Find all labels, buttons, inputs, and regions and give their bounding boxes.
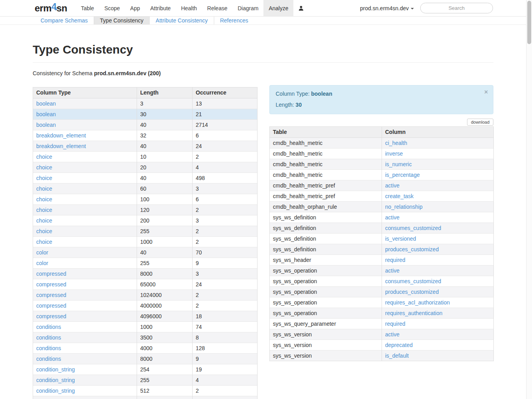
- column-name-link[interactable]: create_task: [385, 193, 413, 199]
- column-name-link[interactable]: required: [385, 321, 405, 327]
- column-name-link[interactable]: active: [385, 214, 400, 221]
- column-type-link[interactable]: condition_string: [36, 377, 75, 383]
- column-name-link[interactable]: is_default: [385, 353, 409, 359]
- column-type-link[interactable]: boolean: [36, 111, 56, 117]
- table-row: compressed6500024: [33, 279, 258, 290]
- column-name-link[interactable]: required: [385, 257, 405, 263]
- tab-references[interactable]: References: [214, 17, 254, 24]
- table-row: sys_ws_headerrequired: [270, 255, 494, 265]
- close-icon[interactable]: ×: [484, 89, 488, 95]
- table-cell: 9: [193, 258, 258, 269]
- column-type-link[interactable]: condition_string: [36, 366, 75, 373]
- column-type-link[interactable]: choice: [36, 164, 52, 171]
- scrollbar-track[interactable]: [526, 0, 532, 399]
- nav-item-table[interactable]: Table: [76, 0, 99, 16]
- tab-compare-schemas[interactable]: Compare Schemas: [35, 17, 94, 24]
- user-menu-button[interactable]: [293, 0, 309, 16]
- table-cell: breakdown_element: [33, 141, 137, 152]
- table-row: cmdb_health_orphan_ruleno_relationship: [270, 202, 494, 212]
- nav-item-attribute[interactable]: Attribute: [145, 0, 176, 16]
- nav-item-analyze[interactable]: Analyze: [263, 0, 293, 16]
- table-header-row: TableColumn: [270, 127, 494, 138]
- table-row: choice1202: [33, 205, 258, 215]
- column-type-link[interactable]: compressed: [36, 281, 66, 288]
- column-header-length: Length: [137, 87, 193, 98]
- column-type-link[interactable]: compressed: [36, 302, 66, 309]
- column-name-link[interactable]: requires_authentication: [385, 310, 443, 316]
- column-type-link[interactable]: conditions: [36, 324, 61, 330]
- nav-item-scope[interactable]: Scope: [99, 0, 125, 16]
- chevron-down-icon: [411, 8, 414, 9]
- column-name-link[interactable]: produces_customized: [385, 246, 439, 252]
- column-type-link[interactable]: conditions: [36, 345, 61, 351]
- column-type-link[interactable]: condition_string: [36, 388, 75, 394]
- tab-type-consistency[interactable]: Type Consistency: [94, 17, 150, 24]
- table-cell: sys_ws_operation: [270, 308, 382, 319]
- brand-logo[interactable]: erm4sn: [35, 0, 67, 16]
- table-cell: choice: [33, 215, 137, 226]
- column-name-link[interactable]: consumes_customized: [385, 225, 441, 231]
- column-name-link[interactable]: active: [385, 331, 400, 338]
- column-name-link[interactable]: active: [385, 267, 400, 274]
- table-cell: sys_ws_definition: [270, 212, 382, 223]
- table-cell: condition_string: [33, 386, 137, 396]
- column-name-link[interactable]: produces_customized: [385, 289, 439, 295]
- table-cell: 120: [137, 205, 193, 215]
- table-cell: 512: [137, 386, 193, 396]
- brand-four: 4: [52, 1, 57, 12]
- title-divider: [33, 62, 493, 63]
- column-name-link[interactable]: no_relationship: [385, 204, 423, 210]
- nav-item-diagram[interactable]: Diagram: [232, 0, 263, 16]
- column-type-link[interactable]: compressed: [36, 313, 66, 319]
- column-type-link[interactable]: choice: [36, 196, 52, 202]
- table-cell: 19: [193, 364, 258, 375]
- column-type-link[interactable]: choice: [36, 175, 52, 181]
- column-name-link[interactable]: is_percentage: [385, 172, 420, 178]
- download-button[interactable]: download: [467, 119, 493, 126]
- column-name-link[interactable]: is_versioned: [385, 236, 416, 242]
- column-type-link[interactable]: compressed: [36, 271, 66, 277]
- scrollbar-thumb[interactable]: [527, 1, 531, 44]
- column-type-link[interactable]: choice: [36, 154, 52, 160]
- search-input[interactable]: [420, 3, 493, 13]
- schema-selector-dropdown[interactable]: prod.sn.erm4sn.dev: [360, 5, 414, 11]
- column-name-link[interactable]: consumes_customized: [385, 278, 441, 284]
- column-type-link[interactable]: breakdown_element: [36, 143, 86, 149]
- column-type-link[interactable]: choice: [36, 228, 52, 234]
- column-type-link[interactable]: conditions: [36, 356, 61, 362]
- tab-attribute-consistency[interactable]: Attribute Consistency: [150, 17, 214, 24]
- column-name-link[interactable]: deprecated: [385, 342, 413, 348]
- table-cell: choice: [33, 162, 137, 173]
- table-cell: 3: [137, 98, 193, 109]
- table-cell: 18: [193, 311, 258, 322]
- column-type-link[interactable]: boolean: [36, 100, 56, 107]
- column-header-table: Table: [270, 127, 382, 138]
- table-cell: sys_ws_version: [270, 340, 382, 351]
- table-row: choice2003: [33, 215, 258, 226]
- column-type-link[interactable]: breakdown_element: [36, 132, 86, 139]
- table-cell: cmdb_health_metric: [270, 159, 382, 170]
- column-name-link[interactable]: ci_health: [385, 140, 407, 146]
- table-cell: create_task: [382, 191, 494, 202]
- column-type-link[interactable]: choice: [36, 239, 52, 245]
- column-type-link[interactable]: boolean: [36, 122, 56, 128]
- column-name-link[interactable]: active: [385, 182, 400, 189]
- column-type-link[interactable]: compressed: [36, 292, 66, 298]
- column-name-link[interactable]: inverse: [385, 150, 403, 157]
- table-cell: compressed: [33, 301, 137, 311]
- table-cell: 498: [193, 173, 258, 184]
- nav-item-health[interactable]: Health: [176, 0, 202, 16]
- column-type-link[interactable]: color: [36, 249, 48, 256]
- table-cell: 2: [193, 301, 258, 311]
- column-type-link[interactable]: choice: [36, 207, 52, 213]
- column-name-link[interactable]: is_numeric: [385, 161, 412, 167]
- column-type-link[interactable]: color: [36, 260, 48, 266]
- column-name-link[interactable]: requires_acl_authorization: [385, 299, 450, 306]
- column-type-link[interactable]: conditions: [36, 334, 61, 341]
- table-cell: 32: [137, 130, 193, 141]
- column-type-link[interactable]: choice: [36, 186, 52, 192]
- column-type-link[interactable]: choice: [36, 217, 52, 224]
- nav-item-app[interactable]: App: [125, 0, 145, 16]
- table-cell: active: [382, 212, 494, 223]
- nav-item-release[interactable]: Release: [202, 0, 232, 16]
